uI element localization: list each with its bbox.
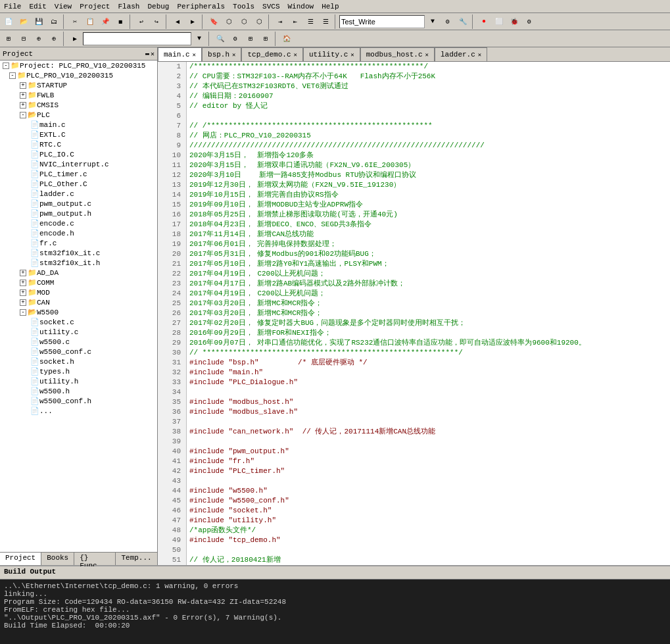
menu-edit[interactable]: Edit (25, 1, 50, 12)
tb2-btn2[interactable]: ⊟ (16, 32, 31, 46)
menu-svcs[interactable]: SVCS (258, 1, 283, 12)
manage-btn[interactable]: 🔧 (456, 14, 470, 29)
bottom-tab-project[interactable]: Project (0, 553, 41, 565)
tb2-btn6[interactable]: ⚙ (228, 32, 243, 46)
project-close-btn[interactable]: ✕ (151, 50, 155, 58)
tree-item-plc[interactable]: - 📂 PLC (0, 110, 157, 120)
menu-window[interactable]: Window (284, 1, 318, 12)
tab-mainc[interactable]: main.c ✕ (158, 47, 202, 61)
tb2-btn1[interactable]: ⊞ (1, 32, 16, 46)
bookmark-button[interactable]: 🔖 (206, 14, 221, 29)
tab-ladder-close[interactable]: ✕ (478, 51, 481, 59)
tab-modbushost-close[interactable]: ✕ (425, 51, 429, 59)
code-content[interactable]: /***************************************… (187, 62, 670, 565)
menu-debug[interactable]: Debug (143, 1, 173, 12)
tab-tcpdemo[interactable]: tcp_demo.c ✕ (241, 47, 302, 61)
tab-modbushost[interactable]: modbus_host.c ✕ (360, 47, 435, 61)
tb2-search[interactable]: 🔍 (213, 32, 227, 46)
tree-item-comm[interactable]: + 📁 COMM (0, 278, 157, 287)
menu-peripherals[interactable]: Peripherals (173, 1, 229, 12)
tree-toggle-root-folder[interactable]: - (9, 72, 16, 79)
tree-file-plcother[interactable]: 📄 PLC_Other.C (0, 179, 157, 189)
tree-toggle-fwlb[interactable]: + (20, 92, 26, 99)
tree-file-extl[interactable]: 📄 EXTL.C (0, 130, 157, 139)
tree-toggle-w5500[interactable]: - (20, 309, 26, 316)
tab-tcpdemo-close[interactable]: ✕ (293, 51, 297, 59)
tb2-btn4[interactable]: ⊕ (47, 32, 61, 46)
project-path-dropdown[interactable]: ▼ (192, 32, 206, 46)
bottom-tab-temp[interactable]: Temp... (116, 553, 157, 565)
copy-button[interactable]: 📋 (83, 14, 97, 29)
nav-fwd-button[interactable]: ▶ (185, 14, 200, 29)
tab-mainc-close[interactable]: ✕ (193, 51, 196, 59)
tree-file-fr[interactable]: 📄 fr.c (0, 238, 157, 248)
tree-item-adda[interactable]: + 📁 AD_DA (0, 268, 157, 278)
bookmark2-button[interactable]: ⬡ (222, 14, 236, 29)
new-button[interactable]: 📄 (1, 14, 16, 29)
menu-flash[interactable]: Flash (114, 1, 143, 12)
tree-item-w5500[interactable]: - 📂 W5500 (0, 307, 157, 317)
tree-file-socketh[interactable]: 📄 socket.h (0, 357, 157, 366)
tree-file-w5500h[interactable]: 📄 w5500.h (0, 386, 157, 396)
indent3-button[interactable]: ☰ (303, 14, 318, 29)
tree-toggle-can[interactable]: + (20, 299, 26, 306)
target-combo[interactable]: Test_Write (339, 15, 425, 28)
project-path-input[interactable]: PLC_PRO_V10_20200315 (83, 32, 191, 45)
tb2-btn7[interactable]: ⊞ (243, 32, 258, 46)
tree-file-encodeh[interactable]: 📄 encode.h (0, 228, 157, 238)
save-button[interactable]: 💾 (32, 14, 46, 29)
tb2-btn8[interactable]: ⊞ (258, 32, 273, 46)
settings-btn[interactable]: ⚙ (522, 14, 537, 29)
tree-file-nvic[interactable]: 📄 NVIC_interrupt.c (0, 159, 157, 169)
tree-file-main[interactable]: 📄 main.c (0, 120, 157, 130)
tree-item-can[interactable]: + 📁 CAN (0, 297, 157, 307)
tree-item-startup[interactable]: + 📁 STARTUP (0, 80, 157, 90)
code-scroll[interactable]: /***************************************… (187, 62, 670, 565)
tab-bsph[interactable]: bsp.h ✕ (202, 47, 241, 61)
cut-button[interactable]: ✂ (68, 14, 82, 29)
tree-toggle-startup[interactable]: + (20, 82, 26, 89)
tree-root-project[interactable]: - 📁 Project: PLC_PRO_V10_20200315 (0, 61, 157, 70)
format-button[interactable]: ◼ (113, 14, 128, 29)
tree-item-fwlb[interactable]: + 📁 FWLB (0, 90, 157, 100)
nav-back-button[interactable]: ◀ (170, 14, 185, 29)
tree-file-encode[interactable]: 📄 encode.c (0, 218, 157, 228)
tree-toggle-adda[interactable]: + (20, 270, 26, 276)
bottom-tab-func[interactable]: {} Func... (74, 553, 116, 565)
tree-file-utilityh[interactable]: 📄 utility.h (0, 376, 157, 386)
open-button[interactable]: 📂 (16, 14, 31, 29)
tree-file-ladder[interactable]: 📄 ladder.c (0, 189, 157, 199)
tree-toggle-mod[interactable]: + (20, 289, 26, 296)
debug-btn[interactable]: 🐞 (507, 14, 521, 29)
tree-file-w5500c[interactable]: 📄 w5500.c (0, 337, 157, 347)
tree-file-w5500conf[interactable]: 📄 w5500_conf.c (0, 347, 157, 357)
menu-file[interactable]: File (0, 1, 25, 12)
tree-file-rtc[interactable]: 📄 RTC.C (0, 139, 157, 149)
tree-file-pwmout[interactable]: 📄 pwm_output.c (0, 199, 157, 209)
menu-tools[interactable]: Tools (229, 1, 258, 12)
combo-dropdown[interactable]: ▼ (425, 14, 440, 29)
save-all-button[interactable]: 🗂 (47, 14, 61, 29)
tree-toggle-root[interactable]: - (3, 62, 9, 69)
tree-item-mod[interactable]: + 📁 MOD (0, 287, 157, 297)
paste-button[interactable]: 📌 (98, 14, 112, 29)
indent-button[interactable]: ⇥ (273, 14, 287, 29)
tree-toggle-cmsis[interactable]: + (20, 102, 26, 109)
project-minimize-btn[interactable]: ▬ (145, 50, 149, 58)
tree-file-stm32c[interactable]: 📄 stm32f10x_it.c (0, 248, 157, 258)
tree-file-pwmouth[interactable]: 📄 pwm_output.h (0, 209, 157, 218)
tree-file-w5500confh[interactable]: 📄 w5500_conf.h (0, 396, 157, 406)
tab-utility[interactable]: utility.c ✕ (303, 47, 360, 61)
tree-root-folder[interactable]: - 📁 PLC_PRO_V10_20200315 (0, 70, 157, 80)
indent2-button[interactable]: ⇤ (288, 14, 302, 29)
indent4-button[interactable]: ☰ (318, 14, 333, 29)
bookmark3-button[interactable]: ⬡ (237, 14, 251, 29)
build-target-btn[interactable]: ⚙ (441, 14, 455, 29)
tree-item-cmsis[interactable]: + 📁 CMSIS (0, 100, 157, 110)
tree-file-plctimer[interactable]: 📄 PLC_timer.c (0, 169, 157, 179)
bookmark4-button[interactable]: ⬡ (252, 14, 266, 29)
tab-utility-close[interactable]: ✕ (350, 51, 354, 59)
tree-toggle-comm[interactable]: + (20, 280, 26, 286)
tree-file-more[interactable]: 📄 ... (0, 406, 157, 416)
menu-view[interactable]: View (51, 1, 76, 12)
